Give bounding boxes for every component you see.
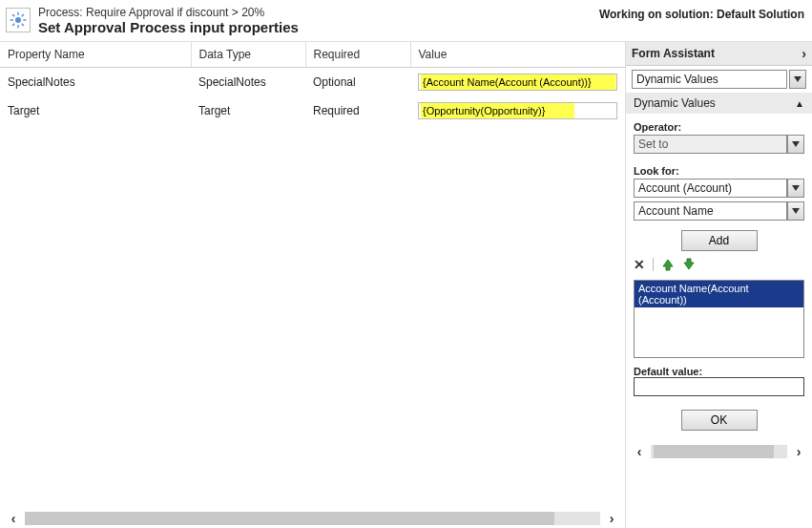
selected-values-list[interactable]: Account Name(Account (Account)): [634, 280, 804, 358]
page-header: Process: Require Approval if discount > …: [0, 0, 812, 41]
col-required[interactable]: Required: [305, 42, 410, 68]
list-action-row: ✕: [626, 255, 812, 278]
expand-icon[interactable]: ›: [802, 46, 806, 61]
cell-property-name: SpecialNotes: [0, 68, 191, 97]
process-line: Process: Require Approval if discount > …: [38, 6, 592, 19]
scroll-right-icon[interactable]: ›: [791, 444, 806, 459]
process-label: Process:: [38, 6, 83, 19]
process-gear-icon: [6, 8, 31, 32]
col-property-name[interactable]: Property Name: [0, 42, 191, 68]
move-up-icon[interactable]: [661, 258, 675, 271]
horizontal-scrollbar[interactable]: ‹ ›: [626, 442, 812, 461]
lookfor-label: Look for:: [634, 165, 804, 177]
divider: [653, 258, 654, 271]
scroll-track[interactable]: [25, 512, 600, 525]
process-name: Require Approval if discount > 20%: [86, 6, 264, 19]
working-on-label: Working on solution:: [599, 8, 714, 21]
scroll-thumb[interactable]: [654, 445, 774, 458]
scroll-left-icon[interactable]: ‹: [6, 511, 21, 526]
list-item[interactable]: Account Name(Account (Account)): [635, 281, 803, 307]
table-row: SpecialNotes SpecialNotes Optional: [0, 68, 625, 97]
collapse-icon[interactable]: ▲: [795, 98, 804, 109]
dynamic-values-label: Dynamic Values: [634, 96, 716, 110]
default-value-input[interactable]: [634, 377, 804, 396]
scroll-track[interactable]: [651, 445, 787, 458]
working-on-solution: Working on solution: Default Solution: [599, 8, 804, 21]
delete-icon[interactable]: ✕: [634, 257, 645, 272]
operator-label: Operator:: [634, 121, 804, 133]
operator-section: Operator: Set to: [626, 114, 812, 158]
dynamic-values-section-header[interactable]: Dynamic Values ▲: [626, 93, 812, 114]
properties-table: Property Name Data Type Required Value S…: [0, 42, 625, 125]
solution-name: Default Solution: [717, 8, 804, 21]
col-data-type[interactable]: Data Type: [191, 42, 305, 68]
cell-data-type: Target: [191, 96, 305, 125]
default-value-label: Default value:: [634, 366, 804, 377]
fa-mode-select[interactable]: Dynamic Values: [632, 70, 787, 89]
scroll-right-icon[interactable]: ›: [604, 511, 619, 526]
lookfor-section: Look for: Account (Account) Account Name: [626, 158, 812, 224]
properties-panel: Property Name Data Type Required Value S…: [0, 42, 625, 528]
default-value-section: Default value:: [626, 360, 812, 402]
form-assistant-panel: Form Assistant › Dynamic Values Dynamic …: [625, 42, 812, 528]
cell-value: [410, 96, 625, 125]
svg-line-7: [12, 24, 14, 26]
dropdown-icon[interactable]: [787, 201, 804, 221]
cell-data-type: SpecialNotes: [191, 68, 305, 97]
svg-point-0: [15, 17, 21, 23]
fa-top-select-row: Dynamic Values: [626, 66, 812, 93]
scroll-left-icon[interactable]: ‹: [632, 444, 647, 459]
form-assistant-title: Form Assistant: [632, 47, 715, 60]
table-row: Target Target Required: [0, 96, 625, 125]
operator-select[interactable]: Set to: [634, 135, 787, 154]
dropdown-icon[interactable]: [789, 70, 806, 89]
scroll-thumb[interactable]: [25, 512, 554, 525]
lookfor-entity-select[interactable]: Account (Account): [634, 179, 787, 198]
cell-value: [410, 68, 625, 97]
move-down-icon[interactable]: [682, 258, 696, 271]
page-title: Set Approval Process input properties: [38, 19, 592, 35]
svg-line-6: [22, 24, 24, 26]
value-input-target[interactable]: [418, 102, 617, 119]
cell-required: Optional: [305, 68, 410, 97]
svg-line-5: [12, 14, 14, 16]
horizontal-scrollbar[interactable]: ‹ ›: [0, 511, 625, 526]
dropdown-icon[interactable]: [787, 179, 804, 198]
cell-required: Required: [305, 96, 410, 125]
ok-button[interactable]: OK: [681, 410, 758, 431]
add-button[interactable]: Add: [681, 230, 758, 251]
header-text: Process: Require Approval if discount > …: [38, 6, 592, 35]
col-value[interactable]: Value: [410, 42, 625, 68]
cell-property-name: Target: [0, 96, 191, 125]
svg-line-8: [22, 14, 24, 16]
value-input-specialnotes[interactable]: [418, 74, 617, 91]
dropdown-icon[interactable]: [787, 135, 804, 154]
form-assistant-header: Form Assistant ›: [626, 42, 812, 66]
table-header-row: Property Name Data Type Required Value: [0, 42, 625, 68]
lookfor-attr-select[interactable]: Account Name: [634, 201, 787, 221]
